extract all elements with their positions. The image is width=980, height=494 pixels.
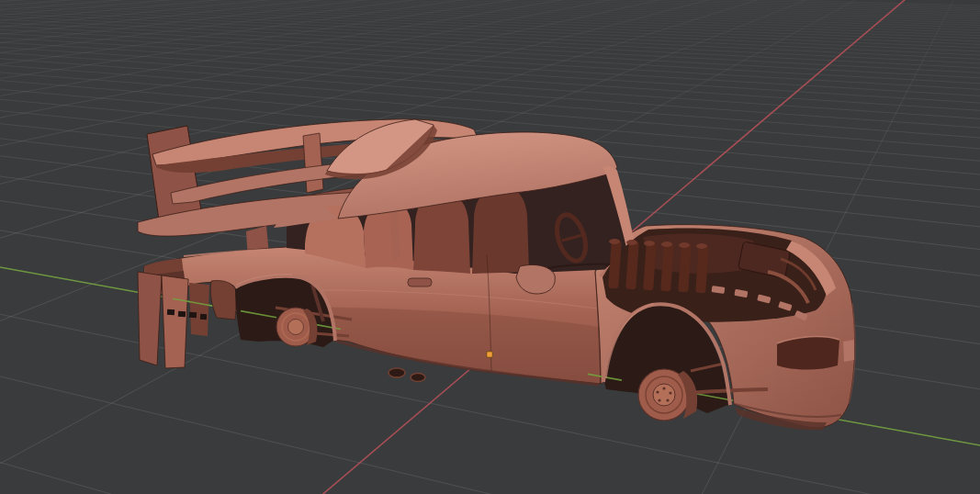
rear-brake-disc xyxy=(276,308,318,346)
front-brake-disc xyxy=(638,369,697,421)
exhaust-tip-2 xyxy=(411,374,425,382)
rear-under-bracket-1 xyxy=(189,283,209,336)
stack-opening xyxy=(609,239,620,244)
stack-opening xyxy=(626,240,637,245)
door-handle xyxy=(408,278,432,286)
exhaust-tip-1 xyxy=(389,368,405,377)
stack-opening xyxy=(696,243,707,249)
rear-mudflap-2 xyxy=(162,275,188,368)
lug-nut xyxy=(656,390,659,393)
front-seat-right xyxy=(472,186,529,274)
rear-mudflap-1 xyxy=(138,272,162,365)
corner-marker-lamp xyxy=(843,340,854,362)
vent-dash xyxy=(167,309,175,316)
headlight-recess xyxy=(777,337,839,370)
rear-disc-hub xyxy=(288,320,304,335)
lug-nut xyxy=(669,391,671,394)
stack-opening xyxy=(661,241,672,247)
vent-dash xyxy=(189,312,197,319)
vent-dash xyxy=(200,314,207,320)
lug-nut xyxy=(662,387,665,389)
stack-opening xyxy=(679,242,690,248)
lug-nut xyxy=(666,399,669,401)
lug-nut xyxy=(658,399,660,401)
stack-opening xyxy=(644,241,655,246)
vent-dash xyxy=(178,311,186,318)
blender-3d-viewport[interactable] xyxy=(0,0,980,494)
wing-fin-1 xyxy=(303,133,323,193)
object-origin-dot[interactable] xyxy=(487,352,493,358)
